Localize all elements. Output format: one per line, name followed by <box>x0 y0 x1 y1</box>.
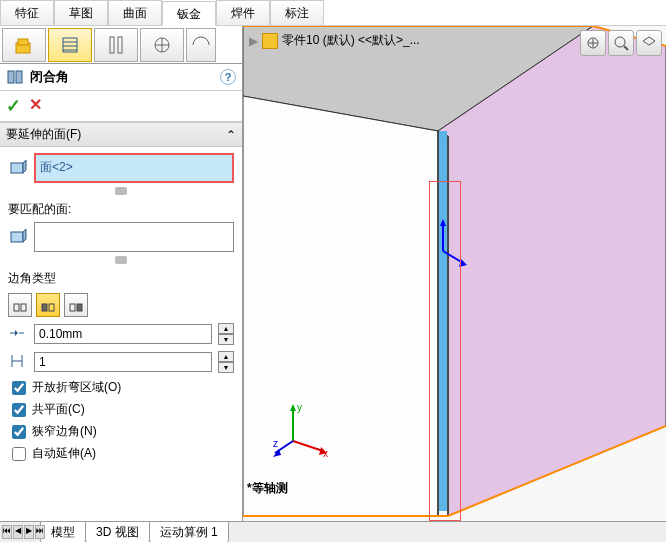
viewport-toolbar <box>580 30 662 56</box>
svg-point-46 <box>615 37 625 47</box>
panel-tab-feature-tree[interactable] <box>2 28 46 62</box>
bottom-tab-model[interactable]: 模型 <box>40 521 86 543</box>
ok-button[interactable]: ✓ <box>6 95 21 117</box>
faces-match-label: 要匹配的面: <box>8 201 234 218</box>
svg-rect-11 <box>8 71 14 83</box>
svg-text:y: y <box>297 402 302 413</box>
gap-down[interactable]: ▼ <box>218 334 234 345</box>
list-resize-handle[interactable] <box>115 256 127 264</box>
bottom-tabs: ⏮ ◀ ▶ ⏭ 模型 3D 视图 运动算例 1 <box>0 521 666 542</box>
view-orient-icon[interactable] <box>636 30 662 56</box>
svg-text:x: x <box>323 448 328 459</box>
svg-rect-21 <box>70 304 75 311</box>
part-icon <box>262 33 278 49</box>
svg-marker-25 <box>15 330 18 336</box>
svg-rect-19 <box>42 304 47 311</box>
bottom-tab-3dview[interactable]: 3D 视图 <box>85 521 150 543</box>
cancel-button[interactable]: ✕ <box>29 95 42 117</box>
svg-marker-48 <box>643 37 655 45</box>
zoom-fit-icon[interactable] <box>580 30 606 56</box>
corner-type-label: 边角类型 <box>8 270 234 287</box>
tab-nav-first[interactable]: ⏮ <box>2 525 12 539</box>
feature-header: 闭合角 ? <box>0 64 242 91</box>
confirm-row: ✓ ✕ <box>0 91 242 122</box>
gap-icon <box>8 324 28 344</box>
svg-rect-20 <box>49 304 54 311</box>
corner-type-3[interactable] <box>64 293 88 317</box>
viewport[interactable]: ▶ 零件10 (默认) <<默认>_... y x z *等轴测 <box>243 26 666 521</box>
panel-tab-appearance[interactable] <box>140 28 184 62</box>
ratio-up[interactable]: ▲ <box>218 351 234 362</box>
help-icon[interactable]: ? <box>220 69 236 85</box>
panel-tab-property[interactable] <box>48 28 92 62</box>
ribbon-tab-surface[interactable]: 曲面 <box>108 0 162 25</box>
svg-marker-16 <box>23 229 26 242</box>
svg-line-51 <box>293 441 323 451</box>
scene-label: *等轴测 <box>247 480 288 497</box>
svg-rect-18 <box>21 304 26 311</box>
closed-corner-icon <box>6 69 26 85</box>
svg-rect-12 <box>16 71 22 83</box>
tab-nav-last[interactable]: ⏭ <box>35 525 45 539</box>
check-auto-extend[interactable] <box>12 447 26 461</box>
ratio-icon <box>8 352 28 372</box>
svg-rect-22 <box>77 304 82 311</box>
svg-rect-15 <box>11 232 23 242</box>
breadcrumb-arrow-icon: ▶ <box>249 34 258 48</box>
check-coplanar[interactable] <box>12 403 26 417</box>
selection-highlight <box>429 181 461 521</box>
svg-rect-17 <box>14 304 19 311</box>
face-icon <box>8 227 28 247</box>
feature-title: 闭合角 <box>30 68 220 86</box>
ratio-input[interactable] <box>34 352 212 372</box>
ribbon-tab-sheetmetal[interactable]: 钣金 <box>162 1 216 26</box>
ribbon-tab-weldment[interactable]: 焊件 <box>216 0 270 25</box>
panel-tabs <box>0 26 242 64</box>
panel-tab-config[interactable] <box>94 28 138 62</box>
check-open-bend[interactable] <box>12 381 26 395</box>
collapse-icon: ⌃ <box>226 128 236 142</box>
property-panel: 闭合角 ? ✓ ✕ 要延伸的面(F) ⌃ 面<2> 要匹配的面: <box>0 26 243 521</box>
svg-rect-7 <box>118 37 122 53</box>
ribbon-tab-annotate[interactable]: 标注 <box>270 0 324 25</box>
faces-match-list[interactable] <box>34 222 234 252</box>
face-icon <box>8 158 28 178</box>
breadcrumb[interactable]: ▶ 零件10 (默认) <<默认>_... <box>249 32 420 49</box>
ribbon-tab-feature[interactable]: 特征 <box>0 0 54 25</box>
tab-nav-prev[interactable]: ◀ <box>13 525 23 539</box>
corner-type-buttons <box>8 293 234 317</box>
svg-marker-50 <box>290 404 296 411</box>
bottom-tab-motion[interactable]: 运动算例 1 <box>149 521 229 543</box>
ratio-down[interactable]: ▼ <box>218 362 234 373</box>
panel-tab-dim[interactable] <box>186 28 216 62</box>
ribbon-tab-sketch[interactable]: 草图 <box>54 0 108 25</box>
svg-rect-1 <box>18 39 28 45</box>
list-resize-handle[interactable] <box>115 187 127 195</box>
faces-extend-list[interactable]: 面<2> <box>34 153 234 183</box>
corner-type-2[interactable] <box>36 293 60 317</box>
triad-icon[interactable]: y x z <box>273 401 333 461</box>
corner-type-1[interactable] <box>8 293 32 317</box>
breadcrumb-text: 零件10 (默认) <<默认>_... <box>282 32 420 49</box>
gap-input[interactable] <box>34 324 212 344</box>
svg-line-47 <box>624 46 628 50</box>
check-narrow-corner[interactable] <box>12 425 26 439</box>
ribbon-tabs: 特征 草图 曲面 钣金 焊件 标注 <box>0 0 666 26</box>
svg-text:z: z <box>273 438 278 449</box>
svg-rect-6 <box>110 37 114 53</box>
svg-rect-13 <box>11 163 23 173</box>
svg-marker-14 <box>23 160 26 173</box>
gap-up[interactable]: ▲ <box>218 323 234 334</box>
tab-nav-next[interactable]: ▶ <box>24 525 34 539</box>
section-faces-extend[interactable]: 要延伸的面(F) ⌃ <box>0 122 242 147</box>
zoom-icon[interactable] <box>608 30 634 56</box>
